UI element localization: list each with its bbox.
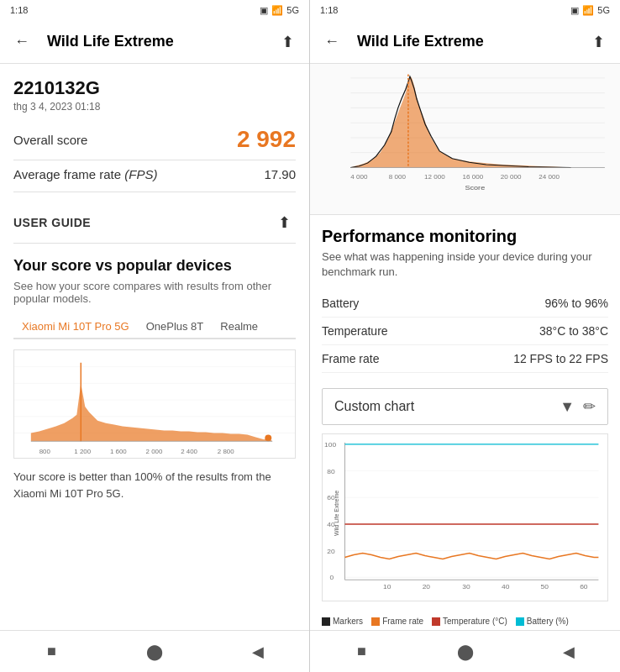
svg-text:Wild Life Extreme: Wild Life Extreme <box>334 491 340 536</box>
custom-chart-dropdown[interactable]: Custom chart ▼ ✏ <box>322 388 608 425</box>
chart-note: Your score is better than 100% of the re… <box>13 469 296 501</box>
svg-text:20: 20 <box>327 548 335 555</box>
custom-chart-label: Custom chart <box>334 399 560 414</box>
svg-text:50: 50 <box>541 584 549 591</box>
svg-marker-5 <box>31 383 272 441</box>
fps-value: 17.90 <box>264 167 296 181</box>
left-content: 2210132G thg 3 4, 2023 01:18 Overall sco… <box>0 64 309 630</box>
right-share-button[interactable]: ⬆ <box>586 30 610 54</box>
frame-rate-value: 12 FPS to 22 FPS <box>513 352 608 365</box>
right-status-bar: 1:18 ▣ 📶 5G <box>310 0 620 20</box>
svg-text:Score: Score <box>465 184 486 192</box>
svg-text:1 600: 1 600 <box>110 448 127 455</box>
battery-value: 96% to 96% <box>545 297 609 310</box>
device-id: 2210132G <box>13 77 296 99</box>
right-content: 4 000 8 000 12 000 16 000 20 000 24 000 … <box>310 64 620 630</box>
tab-xiaomi[interactable]: Xiaomi Mi 10T Pro 5G <box>13 315 138 339</box>
fps-label: Average frame rate (FPS) <box>13 167 157 181</box>
right-nav-circle[interactable]: ⬤ <box>454 640 477 664</box>
fps-row: Average frame rate (FPS) 17.90 <box>13 167 296 192</box>
left-time: 1:18 <box>10 5 28 15</box>
battery-label: Battery <box>322 297 359 310</box>
left-nav-square[interactable]: ■ <box>39 640 63 664</box>
overall-score-value: 2 992 <box>237 126 296 153</box>
edit-icon[interactable]: ✏ <box>583 397 596 416</box>
right-top-bar: ← Wild Life Extreme ⬆ <box>310 20 620 64</box>
svg-text:100: 100 <box>324 441 337 449</box>
user-guide-share-icon[interactable]: ⬆ <box>272 211 296 234</box>
tab-oneplus[interactable]: OnePlus 8T <box>138 315 213 338</box>
perf-subtitle: See what was happening inside your devic… <box>322 249 608 280</box>
svg-text:2 800: 2 800 <box>218 448 234 455</box>
svg-text:60: 60 <box>580 584 588 591</box>
left-status-bar: 1:18 ▣ 📶 5G <box>0 0 309 20</box>
svg-rect-56 <box>322 617 330 626</box>
dropdown-icon[interactable]: ▼ <box>560 398 575 416</box>
legend-frame-rate: Frame rate <box>371 617 423 626</box>
network-icon: 5G <box>286 5 299 15</box>
left-nav-bar: ■ ⬤ ◀ <box>0 630 309 672</box>
temperature-value: 38°C to 38°C <box>539 324 608 338</box>
performance-section: Performance monitoring See what was happ… <box>310 215 620 380</box>
left-status-icons: ▣ 📶 5G <box>260 5 299 16</box>
svg-text:10: 10 <box>383 584 391 591</box>
left-nav-back[interactable]: ◀ <box>246 640 270 664</box>
perf-title: Performance monitoring <box>322 227 608 246</box>
battery-icon: ▣ <box>260 5 268 16</box>
svg-marker-23 <box>350 76 605 167</box>
user-guide-row[interactable]: USER GUIDE ⬆ <box>13 202 296 244</box>
right-panel: 1:18 ▣ 📶 5G ← Wild Life Extreme ⬆ <box>310 0 620 672</box>
svg-text:12 000: 12 000 <box>424 173 445 180</box>
svg-text:4 000: 4 000 <box>350 173 367 180</box>
left-back-button[interactable]: ← <box>10 30 34 54</box>
legend-temperature: Temperature (°C) <box>432 617 507 626</box>
right-page-title: Wild Life Extreme <box>357 33 586 50</box>
svg-rect-57 <box>371 617 380 626</box>
left-bar-chart: 800 1 200 1 600 2 000 2 400 2 800 Score <box>13 349 296 459</box>
left-page-title: Wild Life Extreme <box>47 33 276 50</box>
right-nav-back[interactable]: ◀ <box>557 640 581 664</box>
overall-score-label: Overall score <box>13 133 87 147</box>
svg-rect-59 <box>516 617 524 626</box>
tab-realme[interactable]: Realme <box>212 315 266 338</box>
vs-section-subtitle: See how your score compares with results… <box>13 280 296 305</box>
right-nav-bar: ■ ⬤ ◀ <box>310 630 620 672</box>
temperature-row: Temperature 38°C to 38°C <box>322 318 608 345</box>
user-guide-label: USER GUIDE <box>13 216 91 229</box>
frame-rate-row: Frame rate 12 FPS to 22 FPS <box>322 345 608 373</box>
svg-text:40: 40 <box>502 584 510 591</box>
chart-legend: Markers Frame rate Temperature (°C) Batt… <box>310 613 620 630</box>
right-back-button[interactable]: ← <box>320 30 344 54</box>
svg-point-7 <box>265 434 271 441</box>
right-nav-square[interactable]: ■ <box>350 640 374 664</box>
right-network-icon: 5G <box>597 5 610 15</box>
temperature-label: Temperature <box>322 324 388 338</box>
svg-text:8 000: 8 000 <box>389 173 406 180</box>
svg-text:1 200: 1 200 <box>74 448 91 455</box>
left-share-button[interactable]: ⬆ <box>276 30 299 54</box>
left-panel: 1:18 ▣ 📶 5G ← Wild Life Extreme ⬆ 221013… <box>0 0 310 672</box>
left-nav-circle[interactable]: ⬤ <box>143 640 166 664</box>
svg-rect-58 <box>432 617 440 626</box>
right-status-icons: ▣ 📶 5G <box>570 5 610 16</box>
legend-markers: Markers <box>322 617 363 626</box>
right-time: 1:18 <box>320 5 338 15</box>
distribution-chart: 4 000 8 000 12 000 16 000 20 000 24 000 … <box>310 64 620 215</box>
svg-text:80: 80 <box>327 468 335 475</box>
right-wifi-icon: 📶 <box>582 5 594 16</box>
vs-section-title: Your score vs popular devices <box>13 257 296 275</box>
frame-rate-label: Frame rate <box>322 352 379 365</box>
custom-chart-icons: ▼ ✏ <box>560 397 596 416</box>
svg-text:24 000: 24 000 <box>539 173 560 180</box>
legend-battery: Battery (%) <box>516 617 569 626</box>
svg-text:2 400: 2 400 <box>181 448 197 455</box>
monitoring-chart: 100 80 60 40 20 0 Wild Life Extreme <box>322 433 608 601</box>
svg-text:20 000: 20 000 <box>501 173 522 180</box>
svg-text:2 000: 2 000 <box>146 448 163 455</box>
right-battery-icon: ▣ <box>570 5 579 16</box>
svg-text:16 000: 16 000 <box>462 173 483 180</box>
battery-row: Battery 96% to 96% <box>322 290 608 318</box>
svg-text:30: 30 <box>462 584 470 591</box>
svg-text:20: 20 <box>423 584 431 591</box>
svg-text:800: 800 <box>39 448 51 455</box>
